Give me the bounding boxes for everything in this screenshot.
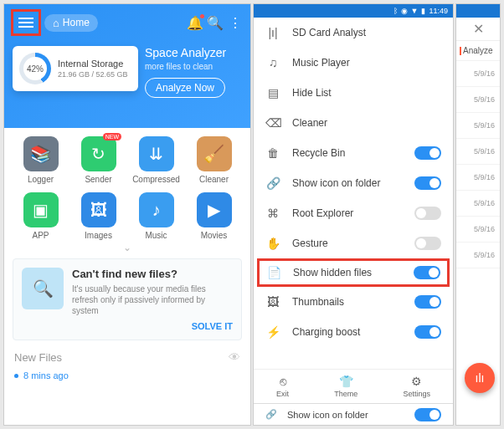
promo-icon: 🔍	[22, 268, 64, 309]
home-chip[interactable]: Home	[44, 14, 98, 32]
tool-logger[interactable]: 📚Logger	[16, 136, 65, 184]
exit-button[interactable]: ⎋Exit	[276, 375, 289, 398]
tool-movies[interactable]: ▶Movies	[189, 192, 239, 240]
peek-status-bar	[456, 4, 500, 18]
tool-cleaner[interactable]: 🧹Cleaner	[189, 136, 239, 184]
theme-button[interactable]: 👕Theme	[334, 375, 357, 398]
status-wifi-icon: ▼	[411, 7, 419, 15]
status-batt-icon: ▮	[421, 7, 425, 15]
row-icon: |ı|	[265, 26, 280, 39]
analyzer-title: Space Analyzer	[145, 46, 242, 59]
bottom-strip-row[interactable]: 🔗 Show icon on folder	[254, 403, 453, 425]
tool-images[interactable]: 🖼Images	[74, 192, 123, 240]
row-icon: ✋	[265, 237, 280, 250]
settings-button[interactable]: ⚙Settings	[403, 375, 430, 398]
more-icon[interactable]: ⋮	[227, 15, 244, 31]
analyze-now-button[interactable]: Analyze Now	[145, 78, 225, 98]
search-icon[interactable]: 🔍	[207, 15, 224, 31]
home-icon	[53, 17, 59, 29]
status-bt-icon: ᛒ	[393, 7, 398, 15]
new-file-item[interactable]: 8 mins ago	[4, 369, 250, 382]
toggle[interactable]	[414, 146, 441, 160]
row-label: Gesture	[292, 237, 403, 249]
toggle[interactable]	[414, 207, 441, 220]
storage-card[interactable]: 42% Internal Storage 21.96 GB / 52.65 GB	[13, 46, 138, 91]
sender-icon: ↻	[81, 136, 116, 171]
header: Home 🔔 🔍 ⋮ 42% Internal Storage 21.96 GB…	[4, 4, 250, 128]
tool-music[interactable]: ♪Music	[131, 192, 181, 240]
storage-donut: 42%	[19, 53, 51, 84]
menu-button-highlight	[11, 9, 41, 36]
peek-date: 5/9/16	[456, 139, 500, 165]
storage-pct: 42%	[23, 57, 47, 80]
music-icon: ♪	[139, 192, 174, 227]
analyzer-sub: more files to clean	[145, 62, 242, 71]
new-file-time: 8 mins ago	[23, 370, 69, 380]
row-label: Cleaner	[292, 117, 441, 129]
settings-row[interactable]: ⌘Root Explorer	[254, 198, 453, 228]
logger-icon: 📚	[23, 136, 59, 171]
eye-icon[interactable]: 👁	[229, 350, 240, 364]
row-icon: ♫	[265, 56, 280, 69]
analyze-chip[interactable]: Analyze	[456, 41, 500, 61]
tool-grid: 📚Logger NEW↻Sender ⇊Compressed 🧹Cleaner …	[4, 128, 250, 243]
new-badge: NEW	[103, 133, 121, 140]
settings-row[interactable]: ⌫Cleaner	[254, 108, 453, 138]
space-analyzer: Space Analyzer more files to clean Analy…	[145, 46, 242, 98]
settings-row[interactable]: ✋Gesture	[254, 228, 453, 258]
promo-heading: Can't find new files?	[72, 268, 233, 280]
tool-sender[interactable]: NEW↻Sender	[74, 136, 123, 184]
promo-text: It's usually because your media files re…	[72, 283, 233, 316]
link-icon: 🔗	[265, 409, 277, 420]
toggle[interactable]	[414, 266, 440, 279]
new-files-header: New Files 👁	[4, 345, 250, 369]
settings-row[interactable]: 🗑Recycle Bin	[254, 138, 453, 168]
settings-row[interactable]: ⚡Charging boost	[254, 317, 453, 347]
settings-row[interactable]: ♫Music Player	[254, 48, 453, 78]
peek-date: 5/9/16	[456, 87, 500, 113]
row-icon: ⚡	[265, 325, 280, 339]
peek-date: 5/9/16	[456, 191, 500, 217]
screen-peek: ✕ Analyze 5/9/165/9/165/9/165/9/165/9/16…	[455, 3, 501, 426]
row-label: Recycle Bin	[292, 147, 403, 159]
exit-icon: ⎋	[280, 375, 286, 388]
solve-it-button[interactable]: SOLVE IT	[72, 321, 233, 331]
close-button[interactable]: ✕	[456, 18, 500, 41]
fab-button[interactable]: ılı	[465, 363, 495, 393]
compressed-icon: ⇊	[139, 136, 174, 171]
bottom-strip-toggle[interactable]	[414, 408, 441, 421]
row-icon: 🔗	[265, 176, 280, 190]
storage-title: Internal Storage	[58, 59, 128, 69]
status-bar: ᛒ ◉ ▼ ▮ 11:49	[254, 4, 453, 18]
row-label: Show hidden files	[293, 267, 402, 278]
promo-card[interactable]: 🔍 Can't find new files? It's usually bec…	[13, 258, 242, 340]
settings-row[interactable]: 🔗Show icon on folder	[254, 168, 453, 198]
row-icon: 📄	[266, 266, 281, 279]
row-icon: ⌘	[265, 207, 280, 220]
cleaner-icon: 🧹	[197, 136, 232, 171]
menu-icon[interactable]	[18, 15, 33, 30]
images-icon: 🖼	[81, 192, 116, 227]
toggle[interactable]	[414, 325, 441, 339]
settings-row[interactable]: 📄Show hidden files	[257, 258, 450, 287]
peek-date: 5/9/16	[456, 217, 500, 243]
peek-date: 5/9/16	[456, 61, 500, 87]
row-icon: 🖼	[265, 295, 280, 309]
chevron-down-icon[interactable]: ⌄	[4, 242, 250, 253]
app-icon: ▣	[23, 192, 59, 227]
toggle[interactable]	[414, 176, 441, 190]
dot-icon	[14, 374, 18, 378]
tool-compressed[interactable]: ⇊Compressed	[131, 136, 181, 184]
peek-date: 5/9/16	[456, 113, 500, 139]
toggle[interactable]	[414, 295, 441, 309]
tool-app[interactable]: ▣APP	[16, 192, 65, 240]
peek-date: 5/9/16	[456, 243, 500, 268]
screen-home: Home 🔔 🔍 ⋮ 42% Internal Storage 21.96 GB…	[3, 3, 251, 426]
settings-row[interactable]: 🖼Thumbnails	[254, 287, 453, 317]
movies-icon: ▶	[197, 192, 232, 227]
settings-row[interactable]: ▤Hide List	[254, 78, 453, 108]
settings-row[interactable]: |ı|SD Card Analyst	[254, 18, 453, 48]
bottom-strip-label: Show icon on folder	[287, 410, 368, 420]
notifications-icon[interactable]: 🔔	[187, 15, 203, 31]
toggle[interactable]	[414, 237, 441, 250]
